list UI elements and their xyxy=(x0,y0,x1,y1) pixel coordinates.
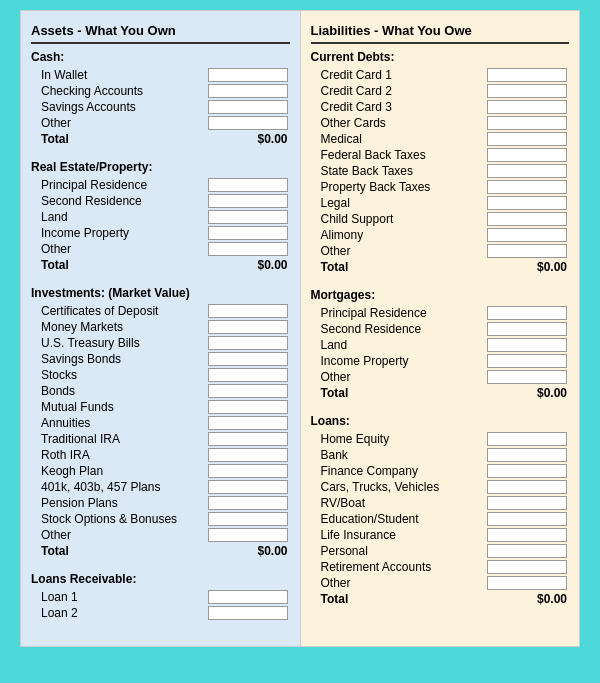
income-property-input[interactable] xyxy=(208,226,288,240)
item-label: Personal xyxy=(311,544,488,558)
list-item: Alimony xyxy=(311,228,570,242)
cash-section: Cash: In Wallet Checking Accounts Saving… xyxy=(31,50,290,146)
cash-total-row: Total $0.00 xyxy=(31,132,290,146)
total-label: Total xyxy=(31,258,210,272)
investments-title: Investments: (Market Value) xyxy=(31,286,290,300)
bank-loan-input[interactable] xyxy=(487,448,567,462)
legal-input[interactable] xyxy=(487,196,567,210)
item-label: Traditional IRA xyxy=(31,432,208,446)
list-item: U.S. Treasury Bills xyxy=(31,336,290,350)
list-item: Credit Card 3 xyxy=(311,100,570,114)
pension-plans-input[interactable] xyxy=(208,496,288,510)
item-label: Savings Bonds xyxy=(31,352,208,366)
retirement-accounts-loan-input[interactable] xyxy=(487,560,567,574)
checking-accounts-input[interactable] xyxy=(208,84,288,98)
cash-other-input[interactable] xyxy=(208,116,288,130)
vehicles-input[interactable] xyxy=(487,480,567,494)
investments-total-row: Total $0.00 xyxy=(31,544,290,558)
list-item: Credit Card 2 xyxy=(311,84,570,98)
roth-ira-input[interactable] xyxy=(208,448,288,462)
stocks-input[interactable] xyxy=(208,368,288,382)
current-debts-section: Current Debts: Credit Card 1 Credit Card… xyxy=(311,50,570,274)
list-item: Bank xyxy=(311,448,570,462)
item-label: Cars, Trucks, Vehicles xyxy=(311,480,488,494)
list-item: Other xyxy=(31,116,290,130)
list-item: Personal xyxy=(311,544,570,558)
list-item: Loan 2 xyxy=(31,606,290,620)
loans-receivable-section: Loans Receivable: Loan 1 Loan 2 xyxy=(31,572,290,620)
home-equity-input[interactable] xyxy=(487,432,567,446)
item-label: Other xyxy=(311,244,488,258)
loans-other-input[interactable] xyxy=(487,576,567,590)
bonds-input[interactable] xyxy=(208,384,288,398)
item-label: Finance Company xyxy=(311,464,488,478)
item-label: Other xyxy=(31,242,208,256)
life-insurance-input[interactable] xyxy=(487,528,567,542)
loans-total-value: $0.00 xyxy=(489,592,569,606)
cash-title: Cash: xyxy=(31,50,290,64)
principal-residence-asset-input[interactable] xyxy=(208,178,288,192)
cd-input[interactable] xyxy=(208,304,288,318)
credit-card-1-input[interactable] xyxy=(487,68,567,82)
real-estate-other-input[interactable] xyxy=(208,242,288,256)
item-label: Life Insurance xyxy=(311,528,488,542)
list-item: State Back Taxes xyxy=(311,164,570,178)
other-cards-input[interactable] xyxy=(487,116,567,130)
stock-options-input[interactable] xyxy=(208,512,288,526)
keogh-plan-input[interactable] xyxy=(208,464,288,478)
list-item: Other xyxy=(311,576,570,590)
current-debts-other-input[interactable] xyxy=(487,244,567,258)
401k-input[interactable] xyxy=(208,480,288,494)
in-wallet-input[interactable] xyxy=(208,68,288,82)
item-label: Home Equity xyxy=(311,432,488,446)
mutual-funds-input[interactable] xyxy=(208,400,288,414)
state-back-taxes-input[interactable] xyxy=(487,164,567,178)
property-back-taxes-input[interactable] xyxy=(487,180,567,194)
credit-card-2-input[interactable] xyxy=(487,84,567,98)
list-item: Principal Residence xyxy=(311,306,570,320)
medical-input[interactable] xyxy=(487,132,567,146)
land-asset-input[interactable] xyxy=(208,210,288,224)
mortgage-income-property-input[interactable] xyxy=(487,354,567,368)
treasury-bills-input[interactable] xyxy=(208,336,288,350)
federal-back-taxes-input[interactable] xyxy=(487,148,567,162)
alimony-input[interactable] xyxy=(487,228,567,242)
mortgage-other-input[interactable] xyxy=(487,370,567,384)
education-input[interactable] xyxy=(487,512,567,526)
finance-company-input[interactable] xyxy=(487,464,567,478)
traditional-ira-input[interactable] xyxy=(208,432,288,446)
mortgage-land-input[interactable] xyxy=(487,338,567,352)
loan2-input[interactable] xyxy=(208,606,288,620)
rv-boat-input[interactable] xyxy=(487,496,567,510)
mortgages-title: Mortgages: xyxy=(311,288,570,302)
personal-loan-input[interactable] xyxy=(487,544,567,558)
list-item: Mutual Funds xyxy=(31,400,290,414)
mortgage-second-input[interactable] xyxy=(487,322,567,336)
loan1-input[interactable] xyxy=(208,590,288,604)
list-item: 401k, 403b, 457 Plans xyxy=(31,480,290,494)
credit-card-3-input[interactable] xyxy=(487,100,567,114)
second-residence-asset-input[interactable] xyxy=(208,194,288,208)
item-label: Other xyxy=(311,370,488,384)
savings-bonds-input[interactable] xyxy=(208,352,288,366)
annuities-input[interactable] xyxy=(208,416,288,430)
item-label: U.S. Treasury Bills xyxy=(31,336,208,350)
current-debts-title: Current Debts: xyxy=(311,50,570,64)
list-item: Stock Options & Bonuses xyxy=(31,512,290,526)
investments-other-input[interactable] xyxy=(208,528,288,542)
item-label: Stocks xyxy=(31,368,208,382)
list-item: Land xyxy=(311,338,570,352)
item-label: Retirement Accounts xyxy=(311,560,488,574)
child-support-input[interactable] xyxy=(487,212,567,226)
money-markets-input[interactable] xyxy=(208,320,288,334)
list-item: Second Residence xyxy=(311,322,570,336)
list-item: Other xyxy=(31,528,290,542)
total-label: Total xyxy=(31,132,210,146)
savings-accounts-input[interactable] xyxy=(208,100,288,114)
mortgage-principal-input[interactable] xyxy=(487,306,567,320)
total-label: Total xyxy=(311,592,490,606)
item-label: Second Residence xyxy=(31,194,208,208)
item-label: Money Markets xyxy=(31,320,208,334)
item-label: Credit Card 3 xyxy=(311,100,488,114)
cash-total-value: $0.00 xyxy=(210,132,290,146)
